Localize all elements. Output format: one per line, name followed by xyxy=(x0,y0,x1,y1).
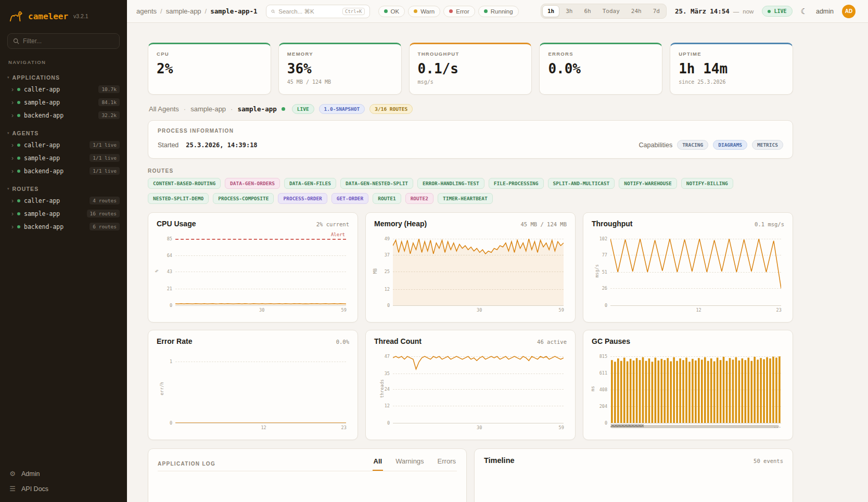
gridline xyxy=(610,305,781,306)
gridline xyxy=(175,423,346,423)
chart-card-error-rate: Error Rate0.0%err/h101223 xyxy=(148,330,358,440)
sidebar-item-badge: 10.7k xyxy=(98,85,120,93)
x-tick-label: 59 xyxy=(341,307,347,313)
all-agents-link[interactable]: All Agents xyxy=(149,105,179,113)
route-chip-split-and-multicast[interactable]: SPLIT-AND-MULTICAST xyxy=(548,178,615,189)
sidebar-item-badge: 1/1 live xyxy=(90,141,120,149)
log-tab-errors[interactable]: Errors xyxy=(437,456,457,471)
sidebar-item-badge: 4 routes xyxy=(90,197,120,204)
route-chip-route2[interactable]: ROUTE2 xyxy=(405,193,433,204)
sidebar-item-backend-app[interactable]: ›backend-app6 routes xyxy=(0,220,127,233)
chart-y-axis-unit: MB xyxy=(373,268,378,274)
stat-sub: since 25.3.2026 xyxy=(679,79,784,85)
log-title: APPLICATION LOG xyxy=(158,461,215,467)
range-button-today[interactable]: Today xyxy=(597,5,625,17)
y-tick-label: 0 xyxy=(387,303,390,308)
sidebar-section-header[interactable]: ▾AGENTS xyxy=(0,128,127,138)
sidebar-item-backend-app[interactable]: ›backend-app32.2k xyxy=(0,109,127,122)
sidebar-item-sample-app[interactable]: ›sample-app84.1k xyxy=(0,96,127,109)
filter-chip-ok[interactable]: OK xyxy=(378,6,405,17)
gridline xyxy=(393,423,564,423)
status-dot xyxy=(17,212,20,215)
route-chip-data-gen-orders[interactable]: DATA-GEN-ORDERS xyxy=(225,178,280,189)
stat-label: MEMORY xyxy=(287,51,393,57)
breadcrumb-separator: / xyxy=(205,7,207,15)
route-chip-process-composite[interactable]: PROCESS-COMPOSITE xyxy=(213,193,274,204)
route-chip-process-order[interactable]: PROCESS-ORDER xyxy=(278,193,327,204)
sidebar-item-sample-app[interactable]: ›sample-app16 routes xyxy=(0,207,127,220)
log-tab-warnings[interactable]: Warnings xyxy=(394,456,425,471)
x-tick-label: 12 xyxy=(261,425,266,430)
user-avatar[interactable]: AD xyxy=(842,5,856,18)
route-chip-notify-billing[interactable]: NOTIFY-BILLING xyxy=(681,178,733,189)
y-tick-label: 85 xyxy=(167,236,172,241)
stat-value: 0.1/s xyxy=(418,61,524,76)
sidebar-item-caller-app[interactable]: ›caller-app1/1 live xyxy=(0,138,127,151)
breadcrumb-sample-app[interactable]: sample-app xyxy=(166,7,201,15)
chart-meta: 2% current xyxy=(316,221,349,227)
sidebar-item-caller-app[interactable]: ›caller-app10.7k xyxy=(0,83,127,96)
range-button-7d[interactable]: 7d xyxy=(648,5,665,17)
sidebar-section-header[interactable]: ▾APPLICATIONS xyxy=(0,72,127,83)
sidebar-item-backend-app[interactable]: ›backend-app1/1 live xyxy=(0,164,127,177)
stat-card-uptime: UPTIME1h 14msince 25.3.2026 xyxy=(670,43,793,95)
route-chip-route1[interactable]: ROUTE1 xyxy=(373,193,401,204)
log-tab-all[interactable]: All xyxy=(373,456,384,471)
capabilities-label: Capabilities xyxy=(639,141,673,149)
sidebar-filter-box[interactable] xyxy=(7,33,120,49)
range-button-6h[interactable]: 6h xyxy=(579,5,596,17)
range-button-3h[interactable]: 3h xyxy=(560,5,578,17)
sidebar-item-caller-app[interactable]: ›caller-app4 routes xyxy=(0,194,127,207)
sidebar-item-api-docs[interactable]: ☰ API Docs xyxy=(8,485,119,493)
chart-meta: 45 MB / 124 MB xyxy=(520,221,567,227)
range-button-1h[interactable]: 1h xyxy=(542,5,559,17)
app-name: cameleer xyxy=(28,11,68,21)
filter-chip-warn[interactable]: Warn xyxy=(408,6,440,17)
global-search[interactable]: Ctrl+K xyxy=(266,5,370,18)
filter-input[interactable] xyxy=(23,37,114,45)
chart-title: Memory (Heap) xyxy=(374,220,427,228)
breadcrumb-agents[interactable]: agents xyxy=(136,7,157,15)
route-chip-timer-heartbeat[interactable]: TIMER-HEARTBEAT xyxy=(438,193,493,204)
docs-lines-icon: ☰ xyxy=(8,485,17,493)
chart-body: %856443210Alert3059 xyxy=(157,231,349,315)
route-chip-error-handling-test[interactable]: ERROR-HANDLING-TEST xyxy=(417,178,484,189)
route-chip-file-processing[interactable]: FILE-PROCESSING xyxy=(489,178,544,189)
route-chip-get-order[interactable]: GET-ORDER xyxy=(331,193,368,204)
dark-mode-toggle[interactable]: ☾ xyxy=(801,7,808,15)
chevron-right-icon: › xyxy=(11,155,14,161)
status-dot xyxy=(17,225,20,228)
sidebar-section-label: AGENTS xyxy=(12,130,39,136)
chart-plot: 4937251203059 xyxy=(393,233,564,305)
chart-meta: 46 active xyxy=(537,339,567,345)
navigation-label: NAVIGATION xyxy=(0,52,127,66)
route-chip-content-based-routing[interactable]: CONTENT-BASED-ROUTING xyxy=(148,178,221,189)
sidebar-item-sample-app[interactable]: ›sample-app1/1 live xyxy=(0,151,127,164)
filter-chip-running[interactable]: Running xyxy=(478,6,519,17)
section-caret-icon: ▾ xyxy=(7,187,9,191)
chevron-right-icon: › xyxy=(11,112,14,119)
stat-label: ERRORS xyxy=(548,51,654,57)
sidebar-item-admin[interactable]: ⚙ Admin xyxy=(8,470,119,478)
route-chip-data-gen-files[interactable]: DATA-GEN-FILES xyxy=(284,178,336,189)
filter-chip-error[interactable]: Error xyxy=(443,6,475,17)
chart-header: GC Pauses xyxy=(592,337,784,345)
route-chip-nested-split-demo[interactable]: NESTED-SPLIT-DEMO xyxy=(148,193,209,204)
status-dot xyxy=(17,157,20,160)
x-tick-label: 23 xyxy=(341,425,347,430)
app-logo[interactable]: cameleer v3.2.1 xyxy=(0,0,127,29)
live-status-badge[interactable]: LIVE xyxy=(762,6,792,17)
route-chip-data-gen-nested-split[interactable]: DATA-GEN-NESTED-SPLIT xyxy=(340,178,413,189)
chart-y-axis-unit: msg/s xyxy=(594,265,599,278)
stat-cards-row: CPU2%MEMORY36%45 MB / 124 MBTHROUGHPUT0.… xyxy=(148,43,793,95)
line-series xyxy=(610,233,781,305)
chart-plot: 4735241203059 xyxy=(393,351,564,423)
sidebar-section-header[interactable]: ▾ROUTES xyxy=(0,184,127,194)
range-button-24h[interactable]: 24h xyxy=(626,5,647,17)
route-chip-notify-warehouse[interactable]: NOTIFY-WAREHOUSE xyxy=(619,178,677,189)
main-area: CPU2%MEMORY36%45 MB / 124 MBTHROUGHPUT0.… xyxy=(127,23,814,502)
charts-grid: CPU Usage2% current%856443210Alert3059Me… xyxy=(148,212,793,440)
search-input[interactable] xyxy=(278,8,339,15)
agent-app-link[interactable]: sample-app xyxy=(190,105,226,113)
chart-meta: 0.1 msg/s xyxy=(755,221,784,227)
